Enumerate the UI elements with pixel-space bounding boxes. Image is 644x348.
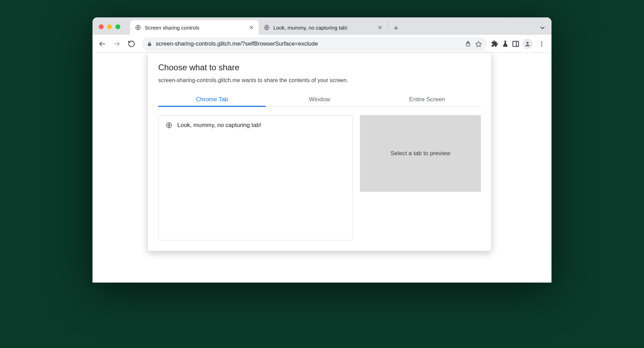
svg-rect-6 (513, 41, 519, 46)
screen-share-dialog: Choose what to share screen-sharing-cont… (147, 53, 492, 251)
dialog-subtitle: screen-sharing-controls.glitch.me wants … (158, 77, 481, 84)
reload-button[interactable] (125, 38, 138, 50)
new-tab-button[interactable]: ＋ (391, 22, 402, 33)
tab-window[interactable]: Window (266, 93, 373, 106)
address-bar[interactable]: screen-sharing-controls.glitch.me/?selfB… (142, 37, 487, 50)
overflow-menu-icon[interactable] (536, 38, 548, 50)
source-list: Look, mummy, no capturing tab! (158, 115, 353, 240)
tab-strip: Screen sharing controls ✕ Look, mummy, n… (92, 17, 552, 35)
bookmark-star-icon[interactable] (475, 40, 482, 47)
window-maximize-button[interactable] (115, 24, 120, 29)
tab-title: Look, mummy, no capturing tab! (273, 25, 373, 31)
tab-separator (387, 21, 388, 29)
svg-point-10 (541, 43, 542, 44)
lock-icon (147, 41, 152, 47)
preview-box: Select a tab to preview (360, 115, 481, 192)
tab-entire-screen[interactable]: Entire Screen (373, 93, 481, 106)
tab-close-icon[interactable]: ✕ (377, 25, 383, 30)
browser-window: Screen sharing controls ✕ Look, mummy, n… (92, 17, 552, 283)
preview-placeholder: Select a tab to preview (391, 150, 450, 157)
url-text: screen-sharing-controls.glitch.me/?selfB… (156, 40, 461, 47)
tabs-dropdown-icon[interactable] (539, 24, 546, 31)
share-body: Look, mummy, no capturing tab! Select a … (158, 115, 481, 240)
address-actions (465, 40, 482, 47)
globe-icon (135, 24, 141, 31)
labs-icon[interactable] (501, 40, 509, 48)
dialog-title: Choose what to share (158, 63, 481, 72)
browser-tab[interactable]: Look, mummy, no capturing tab! ✕ (259, 20, 387, 35)
window-close-button[interactable] (99, 24, 104, 29)
tab-title: Screen sharing controls (145, 25, 245, 31)
source-item-label: Look, mummy, no capturing tab! (177, 122, 261, 129)
svg-point-11 (541, 45, 542, 46)
profile-avatar[interactable] (522, 39, 533, 49)
traffic-lights (99, 24, 130, 35)
share-source-tabs: Chrome Tab Window Entire Screen (158, 93, 481, 107)
back-button[interactable] (96, 38, 108, 50)
window-minimize-button[interactable] (107, 24, 112, 29)
tab-chrome-tab[interactable]: Chrome Tab (158, 93, 266, 106)
side-panel-icon[interactable] (512, 40, 520, 48)
globe-icon (166, 122, 172, 129)
svg-marker-5 (476, 41, 482, 47)
svg-point-8 (526, 42, 529, 44)
toolbar-right (491, 38, 548, 50)
share-icon[interactable] (465, 40, 472, 47)
tabs: Screen sharing controls ✕ Look, mummy, n… (130, 17, 539, 35)
toolbar: screen-sharing-controls.glitch.me/?selfB… (92, 35, 552, 53)
forward-button[interactable] (111, 38, 123, 50)
extensions-icon[interactable] (491, 40, 499, 48)
globe-icon (264, 24, 270, 31)
share-source-item[interactable]: Look, mummy, no capturing tab! (163, 120, 348, 130)
browser-tab-active[interactable]: Screen sharing controls ✕ (130, 20, 259, 35)
content-area: Choose what to share screen-sharing-cont… (92, 53, 552, 283)
svg-point-9 (541, 41, 542, 42)
tab-close-icon[interactable]: ✕ (248, 25, 254, 30)
